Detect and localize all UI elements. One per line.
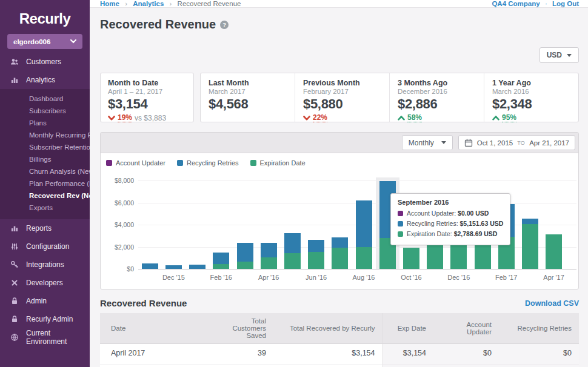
sidebar: Recurly elgordo006 Customers Analytics D… xyxy=(0,0,90,367)
caret-down-icon xyxy=(441,141,446,144)
logout-link[interactable]: Log Out xyxy=(552,0,579,7)
sidebar-item-admin[interactable]: Admin xyxy=(0,292,90,310)
bar-segment-expiration-date[interactable] xyxy=(522,224,538,269)
x-axis-label: Aug '16 xyxy=(342,274,385,281)
chart-panel: Monthly Oct 1, 2015 TO Apr 21, 2017 Acco… xyxy=(100,132,579,289)
card-label: Last Month xyxy=(209,79,287,87)
table-heading: Recovered Revenue xyxy=(100,298,187,308)
bar-segment-recycling-retries[interactable] xyxy=(261,243,277,257)
bar-segment-expiration-date[interactable] xyxy=(546,234,562,269)
tools-icon xyxy=(10,279,19,287)
lock-icon xyxy=(10,315,19,323)
interval-selector[interactable]: Monthly xyxy=(402,135,453,150)
sidebar-item-recurly-admin[interactable]: Recurly Admin xyxy=(0,310,90,328)
legend-item-expiration-date[interactable]: Expiration Date xyxy=(250,159,306,167)
bar-segment-expiration-date[interactable] xyxy=(403,248,419,269)
sidebar-subitem-subscriber-retention[interactable]: Subscriber Retention xyxy=(0,141,90,153)
card-label: 1 Year Ago xyxy=(492,79,570,87)
sidebar-subitem-plans[interactable]: Plans xyxy=(0,117,90,129)
company-link[interactable]: QA4 Company xyxy=(492,0,540,7)
breadcrumb-separator: › xyxy=(125,0,127,7)
breadcrumb-analytics[interactable]: Analytics xyxy=(133,0,164,7)
lock-icon xyxy=(10,297,19,305)
bar-segment-recycling-retries[interactable] xyxy=(332,237,348,248)
sidebar-subitem-dashboard[interactable]: Dashboard xyxy=(0,93,90,105)
recovered-revenue-table: DateTotal Customers SavedTotal Recovered… xyxy=(100,313,579,367)
x-axis-label: Jun '16 xyxy=(295,274,338,281)
bar-segment-expiration-date[interactable] xyxy=(332,248,348,269)
sidebar-subitem-churn-analysis-new[interactable]: Churn Analysis (New) xyxy=(0,165,90,177)
download-csv-link[interactable]: Download CSV xyxy=(525,299,579,308)
tooltip-swatch xyxy=(398,221,403,226)
bar-segment-expiration-date[interactable] xyxy=(237,262,253,269)
content: Recovered Revenue ? USD Month to DateApr… xyxy=(90,8,588,367)
sidebar-item-reports[interactable]: Reports xyxy=(0,219,90,237)
bar-segment-recycling-retries[interactable] xyxy=(356,200,372,247)
legend-label: Recycling Retries xyxy=(187,159,239,167)
bar-segment-expiration-date[interactable] xyxy=(308,252,324,269)
caret-down-icon xyxy=(567,54,572,57)
summary-card-1-year-ago: 1 Year AgoMarch 2016$2,34895% xyxy=(484,73,578,122)
bar-segment-recycling-retries[interactable] xyxy=(213,253,229,263)
currency-selector[interactable]: USD xyxy=(540,47,579,63)
x-axis-line xyxy=(138,269,576,269)
bar-segment-recycling-retries[interactable] xyxy=(237,243,253,262)
column-header-total-recovered-by-recurly: Total Recovered by Recurly xyxy=(273,313,383,344)
summary-card-previous-month: Previous MonthFebruary 2017$5,88022% xyxy=(295,73,389,122)
sidebar-subitem-subscribers[interactable]: Subscribers xyxy=(0,105,90,117)
analytics-submenu: DashboardSubscribersPlansMonthly Recurri… xyxy=(0,89,90,219)
date-range-picker[interactable]: Oct 1, 2015 TO Apr 21, 2017 xyxy=(458,135,575,150)
bar-segment-recycling-retries[interactable] xyxy=(142,263,158,269)
table-row: April 201739$3,154$3,154$0$0 xyxy=(100,344,579,365)
table-cell: 79 xyxy=(215,365,273,367)
sidebar-item-customers[interactable]: Customers xyxy=(0,53,90,71)
bar-segment-expiration-date[interactable] xyxy=(213,264,229,269)
account-selector[interactable]: elgordo006 xyxy=(7,34,82,49)
sidebar-item-label: Integrations xyxy=(26,260,64,269)
sidebar-item-configuration[interactable]: Configuration xyxy=(0,237,90,256)
bar-segment-recycling-retries[interactable] xyxy=(308,240,324,252)
sidebar-item-developers[interactable]: Developers xyxy=(0,274,90,292)
currency-value: USD xyxy=(547,51,562,59)
card-value: $4,568 xyxy=(209,96,287,112)
legend-item-account-updater[interactable]: Account Updater xyxy=(106,159,165,167)
bar-segment-recycling-retries[interactable] xyxy=(189,265,205,269)
bar-segment-expiration-date[interactable] xyxy=(356,247,372,269)
chart-tooltip: September 2016 Account Updater: $0.00 US… xyxy=(390,193,510,245)
x-axis-label: Dec '16 xyxy=(438,274,480,281)
recurly-logo[interactable]: Recurly xyxy=(0,0,90,28)
breadcrumb: Home › Analytics › Recovered Revenue xyxy=(100,0,241,7)
card-period: March 2016 xyxy=(492,88,570,95)
sidebar-item-label: Developers xyxy=(26,279,63,287)
x-axis-label: Apr '16 xyxy=(247,274,290,281)
table-cell: $0 xyxy=(433,344,499,365)
calendar-icon xyxy=(464,139,473,147)
sidebar-subitem-billings[interactable]: Billings xyxy=(0,153,90,165)
table-cell: $4,049 xyxy=(383,365,433,367)
sidebar-subitem-plan-performance-new[interactable]: Plan Performance (New) xyxy=(0,177,90,190)
tooltip-series: Expiration Date: xyxy=(407,229,454,239)
card-label: Previous Month xyxy=(303,79,381,87)
sidebar-subitem-exports[interactable]: Exports xyxy=(0,202,90,214)
legend-item-recycling-retries[interactable]: Recycling Retries xyxy=(177,159,239,167)
customers-icon xyxy=(10,58,19,66)
bar-segment-expiration-date[interactable] xyxy=(284,253,301,269)
y-gridline xyxy=(138,180,576,181)
bar-segment-recycling-retries[interactable] xyxy=(522,219,538,224)
breadcrumb-home[interactable]: Home xyxy=(100,0,119,7)
legend-label: Account Updater xyxy=(116,159,165,167)
sidebar-item-analytics[interactable]: Analytics xyxy=(0,71,90,89)
card-period: April 1 – 21, 2017 xyxy=(108,88,186,95)
sidebar-subitem-recovered-rev-new[interactable]: Recovered Rev (New) xyxy=(0,190,90,202)
bar-segment-recycling-retries[interactable] xyxy=(284,233,301,253)
help-icon[interactable]: ? xyxy=(220,21,229,29)
sidebar-item-current-environment[interactable]: Current Environment xyxy=(0,328,90,346)
bar-segment-expiration-date[interactable] xyxy=(261,257,277,269)
tooltip-series: Account Updater: xyxy=(407,208,458,219)
sidebar-nav: Customers Analytics DashboardSubscribers… xyxy=(0,53,90,346)
sidebar-subitem-monthly-recurring-revenue[interactable]: Monthly Recurring Revenue xyxy=(0,129,90,141)
x-axis-label: Apr '17 xyxy=(533,274,575,281)
sliders-icon xyxy=(10,242,19,251)
card-value: $3,154 xyxy=(108,96,186,112)
sidebar-item-integrations[interactable]: Integrations xyxy=(0,256,90,274)
